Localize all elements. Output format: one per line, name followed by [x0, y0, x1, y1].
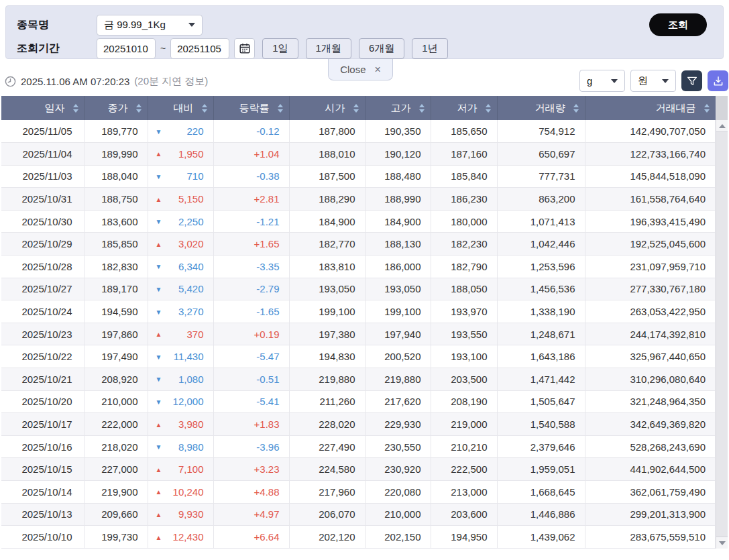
- column-header-6[interactable]: 고가: [365, 96, 431, 120]
- column-header-5[interactable]: 시가: [289, 96, 365, 120]
- table-row[interactable]: 2025/10/16218,020▼8,980-3.96227,490230,5…: [1, 435, 716, 458]
- cell-high: 186,000: [365, 256, 431, 278]
- cell-low: 193,100: [431, 345, 497, 368]
- cell-value: 528,268,243,690: [585, 435, 716, 458]
- sort-icon[interactable]: [202, 104, 207, 113]
- table-row[interactable]: 2025/10/17222,000▲3,980+1.83228,020229,9…: [1, 413, 716, 436]
- cell-close: 182,830: [85, 256, 148, 278]
- cell-value: 321,248,964,350: [585, 390, 716, 413]
- cell-value: 244,174,392,810: [585, 323, 716, 345]
- sort-icon[interactable]: [573, 104, 579, 113]
- column-label: 거래대금: [656, 102, 696, 115]
- table-header-row: 일자종가대비등락률시가고가저가거래량거래대금: [1, 96, 716, 120]
- cell-change: ▼11,430: [148, 345, 213, 368]
- column-header-8[interactable]: 거래량: [497, 96, 585, 120]
- cell-change: ▼1,080: [148, 368, 213, 391]
- range-button-1day[interactable]: 1일: [262, 38, 298, 59]
- table-row[interactable]: 2025/10/20210,000▼12,000-5.41211,260217,…: [1, 390, 716, 413]
- scroll-up-button[interactable]: [716, 120, 728, 131]
- table-row[interactable]: 2025/11/03188,040▼710-0.38187,500188,480…: [1, 165, 716, 188]
- table-row[interactable]: 2025/10/15227,000▲7,100+3.23224,580230,9…: [1, 458, 716, 481]
- cell-close: 188,040: [85, 165, 148, 188]
- cell-date: 2025/10/27: [1, 278, 85, 300]
- cell-low: 186,230: [431, 188, 497, 211]
- column-header-4[interactable]: 등락률: [213, 96, 289, 120]
- range-button-6month[interactable]: 6개월: [359, 38, 404, 59]
- calendar-button[interactable]: [234, 38, 255, 59]
- column-header-9[interactable]: 거래대금: [585, 96, 716, 120]
- close-tab[interactable]: Close ×: [328, 59, 393, 80]
- cell-low: 185,650: [431, 120, 497, 143]
- download-button[interactable]: [708, 70, 728, 91]
- up-arrow-icon: ▲: [156, 510, 162, 518]
- cell-change: ▼8,980: [148, 435, 213, 458]
- column-header-3[interactable]: 대비: [148, 96, 213, 120]
- column-header-2[interactable]: 종가: [85, 96, 148, 120]
- period-to-input[interactable]: [170, 38, 229, 59]
- range-button-1month[interactable]: 1개월: [306, 38, 351, 59]
- sort-icon[interactable]: [419, 104, 425, 113]
- filter-button[interactable]: [681, 70, 702, 91]
- cell-close: 183,600: [85, 210, 148, 233]
- table-row[interactable]: 2025/10/30183,600▼2,250-1.21184,900184,9…: [1, 210, 716, 233]
- cell-volume: 1,505,647: [497, 390, 585, 413]
- cell-low: 193,550: [431, 323, 497, 345]
- table-row[interactable]: 2025/10/28182,830▼6,340-3.35183,810186,0…: [1, 256, 716, 278]
- column-header-1[interactable]: 일자: [1, 96, 85, 120]
- cell-high: 229,930: [365, 413, 431, 436]
- currency-select[interactable]: 원: [630, 70, 676, 92]
- cell-close: 227,000: [85, 458, 148, 481]
- sort-icon[interactable]: [704, 104, 710, 113]
- period-from-input[interactable]: [97, 38, 156, 59]
- cell-rate: +1.04: [213, 143, 289, 166]
- table-row[interactable]: 2025/10/29185,850▲3,020+1.65182,770188,1…: [1, 233, 716, 256]
- sort-icon[interactable]: [73, 104, 78, 113]
- change-value: 6,340: [178, 261, 204, 272]
- cell-date: 2025/10/28: [1, 256, 85, 278]
- cell-low: 203,500: [431, 368, 497, 391]
- scrollbar-thumb[interactable]: [716, 131, 728, 537]
- change-value: 220: [186, 125, 203, 137]
- cell-volume: 1,248,671: [497, 323, 585, 345]
- item-select[interactable]: 금 99.99_1Kg: [97, 15, 203, 36]
- table-row[interactable]: 2025/10/14219,900▲10,240+4.88217,960220,…: [1, 481, 716, 504]
- sort-icon[interactable]: [136, 104, 142, 113]
- cell-high: 199,100: [365, 300, 431, 323]
- sort-icon[interactable]: [353, 104, 359, 113]
- column-header-7[interactable]: 저가: [431, 96, 497, 120]
- cell-high: 193,050: [365, 278, 431, 300]
- table-row[interactable]: 2025/10/27189,170▼5,420-2.79193,050193,0…: [1, 278, 716, 300]
- change-value: 12,430: [173, 531, 204, 543]
- cell-low: 182,230: [431, 233, 497, 256]
- sort-icon[interactable]: [278, 104, 283, 113]
- table-row[interactable]: 2025/10/21208,920▼1,080-0.51219,880219,8…: [1, 368, 716, 391]
- down-arrow-icon: ▼: [156, 353, 162, 360]
- table-row[interactable]: 2025/10/22197,490▼11,430-5.47194,830200,…: [1, 345, 716, 368]
- scroll-down-button[interactable]: [716, 537, 728, 549]
- search-button[interactable]: 조회: [649, 13, 707, 36]
- table-row[interactable]: 2025/11/05189,770▼220-0.12187,800190,350…: [1, 120, 716, 143]
- cell-high: 200,520: [365, 345, 431, 368]
- close-icon[interactable]: ×: [375, 64, 381, 75]
- data-timestamp: 2025.11.06 AM 07:20:23: [21, 76, 129, 87]
- up-arrow-icon: ▲: [156, 421, 162, 428]
- table-row[interactable]: 2025/11/04189,990▲1,950+1.04188,010190,1…: [1, 143, 716, 166]
- table-row[interactable]: 2025/10/13209,660▲9,930+4.97206,070210,0…: [1, 503, 716, 526]
- table-row[interactable]: 2025/10/23197,860▲370+0.19197,380197,940…: [1, 323, 716, 345]
- table-row[interactable]: 2025/10/31188,750▲5,150+2.81188,290188,9…: [1, 188, 716, 211]
- chevron-down-icon: [188, 23, 195, 27]
- table-row[interactable]: 2025/10/24194,590▼3,270-1.65199,100199,1…: [1, 300, 716, 323]
- cell-high: 219,880: [365, 368, 431, 391]
- table-row[interactable]: 2025/10/10199,730▲12,430+6.64202,120202,…: [1, 526, 716, 549]
- cell-date: 2025/10/15: [1, 458, 85, 481]
- cell-high: 230,920: [365, 458, 431, 481]
- query-panel: 종목명 금 99.99_1Kg 조회 조회기간 ~ 1일 1개월 6개월 1년: [5, 5, 724, 59]
- unit-select[interactable]: g: [579, 70, 625, 92]
- change-value: 5,150: [178, 193, 204, 205]
- range-button-1year[interactable]: 1년: [412, 38, 447, 59]
- cell-open: 184,900: [289, 210, 365, 233]
- vertical-scrollbar[interactable]: [716, 96, 728, 549]
- up-arrow-icon: ▲: [156, 533, 162, 541]
- cell-open: 187,800: [289, 120, 365, 143]
- sort-icon[interactable]: [486, 104, 491, 113]
